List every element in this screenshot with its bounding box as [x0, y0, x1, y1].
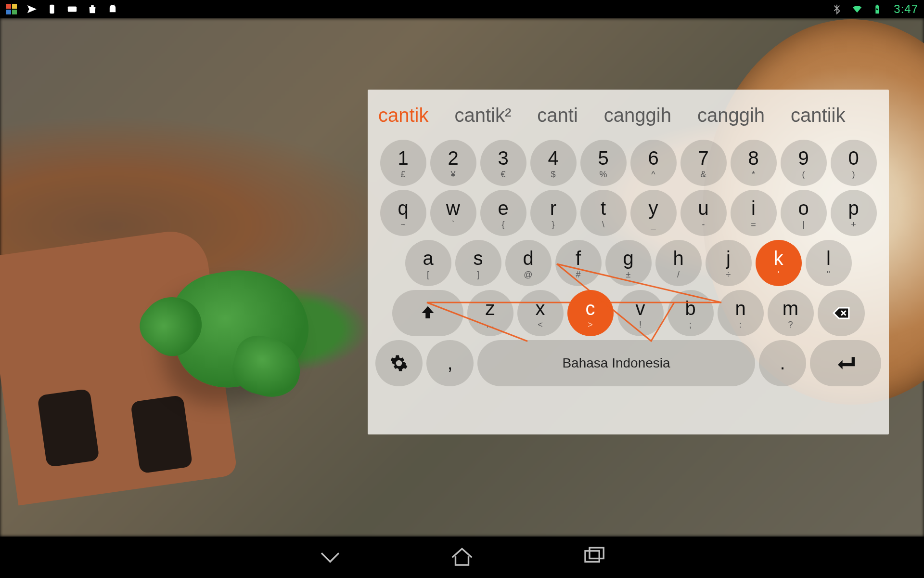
recents-button[interactable] [581, 543, 607, 571]
key-0[interactable]: 0) [831, 140, 877, 186]
svg-rect-0 [50, 5, 54, 13]
key-8[interactable]: 8* [731, 140, 777, 186]
key-h[interactable]: h/ [655, 240, 702, 286]
key-c[interactable]: c> [567, 290, 614, 336]
key-y[interactable]: y_ [630, 190, 677, 236]
key-z[interactable]: z… [467, 290, 513, 336]
key-w[interactable]: w` [430, 190, 476, 236]
key-5[interactable]: 5% [580, 140, 627, 186]
period-key[interactable]: . [759, 340, 806, 386]
store-icon [87, 3, 98, 15]
back-button[interactable] [317, 543, 343, 571]
key-7[interactable]: 7& [680, 140, 727, 186]
key-q[interactable]: q~ [380, 190, 426, 236]
key-e[interactable]: e{ [480, 190, 526, 236]
key-d[interactable]: d@ [505, 240, 552, 286]
keyboard-icon [66, 3, 78, 15]
suggestion-item[interactable]: cantiik [791, 105, 845, 126]
suggestion-strip: cantik cantik² canti canggih canggih can… [375, 94, 881, 136]
key-6[interactable]: 6^ [630, 140, 677, 186]
keyboard-panel: cantik cantik² canti canggih canggih can… [368, 90, 889, 434]
suggestion-item[interactable]: cantik² [455, 105, 512, 126]
asdf-row: a[s]d@f#g±h/j÷k'l" [375, 240, 881, 286]
svg-rect-3 [876, 5, 878, 6]
suggestion-item[interactable]: canggih [604, 105, 671, 126]
home-button[interactable] [449, 543, 475, 571]
key-k[interactable]: k' [756, 240, 802, 286]
app-grid-icon [6, 3, 17, 15]
settings-key[interactable] [375, 340, 423, 386]
key-f[interactable]: f# [555, 240, 602, 286]
enter-key[interactable] [810, 340, 881, 386]
key-x[interactable]: x< [517, 290, 564, 336]
zxcv-row: z…x<c>v!b;n:m? [375, 290, 881, 336]
wifi-icon [851, 3, 863, 15]
svg-rect-1 [68, 7, 77, 12]
suggestion-primary[interactable]: cantik [378, 105, 429, 126]
shift-key[interactable] [392, 290, 463, 336]
key-a[interactable]: a[ [405, 240, 451, 286]
svg-rect-4 [585, 551, 599, 562]
suggestion-item[interactable]: canggih [697, 105, 765, 126]
key-p[interactable]: p+ [831, 190, 877, 236]
svg-rect-5 [590, 548, 603, 559]
key-3[interactable]: 3€ [480, 140, 526, 186]
status-bar: 3:47 [0, 0, 924, 18]
key-9[interactable]: 9( [781, 140, 827, 186]
qwerty-row: q~w`e{r}t\y_u-i=o|p+ [375, 190, 881, 236]
key-s[interactable]: s] [455, 240, 501, 286]
key-r[interactable]: r} [530, 190, 577, 236]
suggestion-item[interactable]: canti [537, 105, 578, 126]
key-u[interactable]: u- [680, 190, 727, 236]
key-2[interactable]: 2¥ [430, 140, 476, 186]
android-icon [107, 3, 118, 15]
device-icon [46, 3, 58, 15]
backspace-key[interactable] [818, 290, 865, 336]
key-g[interactable]: g± [605, 240, 652, 286]
key-l[interactable]: l" [806, 240, 852, 286]
navigation-bar [0, 537, 924, 578]
battery-icon [872, 3, 883, 15]
key-1[interactable]: 1£ [380, 140, 426, 186]
key-b[interactable]: b; [667, 290, 714, 336]
send-icon [26, 3, 38, 15]
status-clock: 3:47 [894, 2, 918, 16]
key-i[interactable]: i= [731, 190, 777, 236]
key-t[interactable]: t\ [580, 190, 627, 236]
key-n[interactable]: n: [718, 290, 764, 336]
key-m[interactable]: m? [768, 290, 814, 336]
number-row: 1£2¥3€4$5%6^7&8*9(0) [375, 140, 881, 186]
key-j[interactable]: j÷ [706, 240, 752, 286]
bottom-row: ,Bahasa Indonesia. [375, 340, 881, 386]
space-key[interactable]: Bahasa Indonesia [477, 340, 755, 386]
key-o[interactable]: o| [781, 190, 827, 236]
bluetooth-icon [831, 3, 843, 15]
key-v[interactable]: v! [617, 290, 664, 336]
key-4[interactable]: 4$ [530, 140, 577, 186]
comma-key[interactable]: , [426, 340, 474, 386]
